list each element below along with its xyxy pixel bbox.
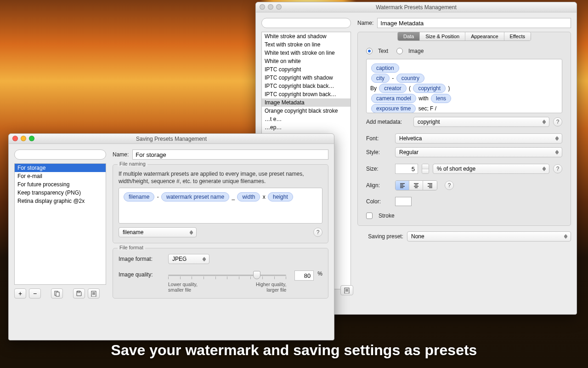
size-input[interactable] bbox=[395, 164, 418, 174]
list-item[interactable]: Image Metadata bbox=[262, 98, 351, 107]
svg-rect-2 bbox=[345, 288, 349, 293]
name-label: Name: bbox=[357, 20, 373, 26]
zoom-icon[interactable] bbox=[29, 136, 34, 141]
saving-preset-label: Saving preset: bbox=[357, 233, 403, 240]
window-title: Watermark Presets Management bbox=[376, 4, 457, 11]
list-item[interactable]: For storage bbox=[15, 164, 106, 172]
add-metadata-label: Add metadata: bbox=[366, 119, 410, 125]
list-item[interactable]: Keep transparency (PNG) bbox=[15, 189, 106, 197]
align-segment[interactable] bbox=[395, 180, 437, 190]
align-right-icon[interactable] bbox=[423, 181, 437, 190]
style-select[interactable]: Regular bbox=[395, 147, 562, 157]
traffic-lights[interactable] bbox=[260, 4, 282, 10]
list-item[interactable]: IPTC copyright bbox=[262, 65, 351, 74]
window-title: Saving Presets Management bbox=[136, 136, 207, 142]
traffic-lights[interactable] bbox=[12, 136, 34, 141]
help-icon[interactable]: ? bbox=[313, 228, 322, 237]
duplicate-button[interactable] bbox=[51, 288, 63, 299]
tab-effects[interactable]: Effects bbox=[504, 32, 531, 40]
minimize-icon[interactable] bbox=[268, 4, 273, 10]
color-swatch[interactable] bbox=[395, 197, 412, 206]
saving-name-input[interactable] bbox=[132, 150, 328, 160]
filename-tokens[interactable]: filename - watermark preset name _ width… bbox=[119, 188, 322, 224]
marketing-caption: Save your watermark and saving settings … bbox=[0, 342, 588, 359]
svg-rect-8 bbox=[91, 291, 96, 297]
file-format-title: File format bbox=[118, 245, 145, 250]
saving-presets-window: Saving Presets Management For storageFor… bbox=[8, 133, 334, 340]
stroke-checkbox[interactable] bbox=[366, 213, 373, 219]
list-item[interactable]: Retina display graphic @2x bbox=[15, 197, 106, 205]
saving-preset-select[interactable]: None bbox=[407, 231, 571, 242]
file-naming-help: If multiple watermark presets are applie… bbox=[119, 170, 322, 185]
saving-titlebar[interactable]: Saving Presets Management bbox=[9, 134, 334, 144]
watermark-search-input[interactable] bbox=[261, 18, 351, 28]
list-item[interactable]: …t e… bbox=[262, 115, 351, 123]
quality-slider[interactable] bbox=[168, 270, 286, 280]
watermark-tabs[interactable]: Data Size & Position Appearance Effects bbox=[397, 32, 531, 41]
align-left-icon[interactable] bbox=[396, 181, 409, 190]
size-stepper[interactable] bbox=[422, 164, 429, 174]
stroke-label: Stroke bbox=[379, 213, 395, 219]
list-item[interactable]: IPTC copyright brown back… bbox=[262, 90, 351, 98]
font-label: Font: bbox=[366, 135, 391, 142]
color-label: Color: bbox=[366, 198, 391, 205]
list-item[interactable]: White on white bbox=[262, 57, 351, 65]
size-label: Size: bbox=[366, 166, 391, 172]
saving-search-input[interactable] bbox=[14, 150, 106, 160]
list-item[interactable]: IPTC copyright with shadow bbox=[262, 74, 351, 82]
align-label: Align: bbox=[366, 182, 391, 189]
type-text-radio[interactable]: Text bbox=[366, 48, 388, 54]
image-quality-label: Image quality: bbox=[119, 270, 164, 278]
type-image-radio[interactable]: Image bbox=[396, 48, 424, 54]
help-icon[interactable]: ? bbox=[553, 164, 562, 173]
svg-rect-6 bbox=[56, 292, 59, 296]
list-item[interactable]: IPTC copyright black back… bbox=[262, 82, 351, 90]
saving-preset-list[interactable]: For storageFor e-mailFor future processi… bbox=[14, 163, 106, 285]
export-button[interactable] bbox=[88, 288, 100, 299]
remove-button[interactable]: − bbox=[29, 288, 41, 299]
help-icon[interactable]: ? bbox=[445, 181, 454, 190]
tab-appearance[interactable]: Appearance bbox=[465, 32, 504, 40]
minimize-icon[interactable] bbox=[21, 136, 26, 141]
export-button[interactable] bbox=[340, 285, 353, 295]
list-item[interactable]: White text with stroke on line bbox=[262, 49, 351, 57]
tab-size-position[interactable]: Size & Position bbox=[420, 32, 465, 40]
file-naming-title: File naming bbox=[118, 161, 147, 167]
font-select[interactable]: Helvetica bbox=[395, 133, 562, 144]
name-label: Name: bbox=[113, 151, 129, 158]
close-icon[interactable] bbox=[260, 4, 265, 10]
save-button[interactable] bbox=[73, 288, 85, 299]
list-item[interactable]: White stroke and shadow bbox=[262, 32, 351, 40]
align-center-icon[interactable] bbox=[409, 181, 423, 190]
quality-low-label: Lower quality, smaller file bbox=[168, 282, 198, 293]
watermark-text-tokens[interactable]: caption city - country By creator ( copy… bbox=[366, 59, 562, 113]
size-unit-select[interactable]: % of short edge bbox=[433, 164, 549, 174]
quality-high-label: Higher quality, larger file bbox=[256, 282, 286, 293]
help-icon[interactable]: ? bbox=[553, 117, 562, 126]
watermark-titlebar[interactable]: Watermark Presets Management bbox=[256, 2, 577, 12]
add-metadata-select[interactable]: copyright bbox=[413, 117, 549, 127]
quality-input[interactable] bbox=[294, 270, 314, 281]
close-icon[interactable] bbox=[12, 136, 18, 141]
list-item[interactable]: …ep… bbox=[262, 123, 351, 132]
watermark-name-input[interactable] bbox=[377, 18, 571, 28]
list-item[interactable]: For e-mail bbox=[15, 172, 106, 180]
style-label: Style: bbox=[366, 149, 391, 155]
list-item[interactable]: Text with stroke on line bbox=[262, 40, 351, 49]
image-format-select[interactable]: JPEG bbox=[168, 254, 209, 264]
filename-token-select[interactable]: filename bbox=[119, 227, 197, 237]
tab-data[interactable]: Data bbox=[398, 32, 420, 40]
list-item[interactable]: For future processing bbox=[15, 180, 106, 189]
add-button[interactable]: + bbox=[14, 288, 26, 299]
svg-rect-7 bbox=[78, 291, 80, 293]
zoom-icon[interactable] bbox=[276, 4, 282, 10]
list-item[interactable]: Orange copyright black stroke bbox=[262, 107, 351, 115]
image-format-label: Image format: bbox=[119, 256, 164, 262]
